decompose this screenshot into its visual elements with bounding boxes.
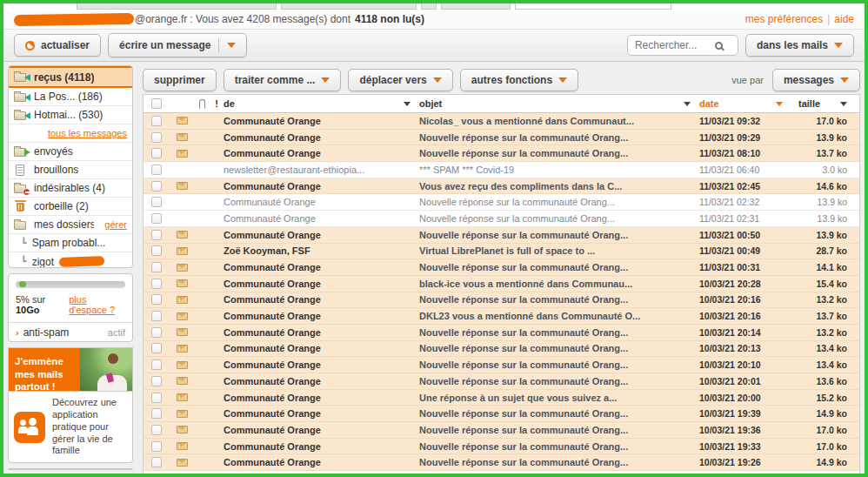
message-date: 10/03/21 20:16 <box>699 294 795 305</box>
folder-item[interactable]: mes dossiersgérer <box>9 216 132 234</box>
sort-arrow-icon[interactable] <box>840 102 847 106</box>
browser-tab[interactable] <box>281 3 417 10</box>
message-row[interactable]: Communauté Orange Nouvelle réponse sur l… <box>144 341 859 358</box>
message-subject: Nouvelle réponse sur la communauté Orang… <box>419 457 699 467</box>
preferences-link[interactable]: mes préférences <box>745 13 823 25</box>
message-row[interactable]: Communauté Orange Une réponse à un sujet… <box>144 390 859 406</box>
message-row[interactable]: Communauté Orange Nouvelle réponse sur l… <box>144 292 859 309</box>
delete-button[interactable]: supprimer <box>143 69 217 91</box>
message-subject: DKL23 vous a mentionné dans Communauté O… <box>419 311 699 321</box>
treat-as-button[interactable]: traiter comme ... <box>224 69 342 91</box>
column-header-date[interactable]: date <box>699 98 795 109</box>
folder-icon <box>14 219 29 231</box>
row-checkbox[interactable] <box>151 327 162 338</box>
message-row[interactable]: Communauté Orange Nouvelle réponse sur l… <box>144 373 859 390</box>
message-size: 14.6 ko <box>795 181 859 191</box>
message-row[interactable]: Communauté Orange Nouvelle réponse sur l… <box>144 454 859 471</box>
sort-arrow-icon[interactable] <box>404 102 411 106</box>
row-checkbox[interactable] <box>151 181 162 191</box>
row-checkbox[interactable] <box>151 441 162 452</box>
sort-arrow-icon[interactable] <box>776 102 783 106</box>
message-row[interactable]: Communauté Orange Nouvelle réponse sur l… <box>144 422 859 439</box>
message-row[interactable]: Communauté Orange Nouvelle réponse sur l… <box>144 194 859 211</box>
folder-item[interactable]: reçus (4118) <box>9 66 132 88</box>
row-checkbox[interactable] <box>151 343 162 353</box>
message-row[interactable]: Communauté Orange Nouvelle réponse sur l… <box>144 145 859 162</box>
message-sender: Communauté Orange <box>224 376 419 386</box>
priority-icon[interactable]: ! <box>215 98 218 109</box>
row-checkbox[interactable] <box>151 213 162 224</box>
message-row[interactable]: Communauté Orange Vous avez reçu des com… <box>144 178 859 195</box>
browser-tab[interactable] <box>77 3 277 10</box>
row-checkbox[interactable] <box>151 148 162 158</box>
row-checkbox[interactable] <box>151 359 162 370</box>
more-space-link[interactable]: plus d'espace ? <box>69 294 125 315</box>
message-row[interactable]: Communauté Orange Nouvelle réponse sur l… <box>144 259 859 276</box>
row-checkbox[interactable] <box>151 262 162 272</box>
search-icon[interactable] <box>715 42 723 50</box>
select-all-checkbox[interactable] <box>151 98 162 109</box>
search-scope-button[interactable]: dans les mails <box>745 34 854 57</box>
browser-tab-active[interactable] <box>515 3 671 10</box>
manage-folders-link[interactable]: gérer <box>104 219 127 230</box>
message-row[interactable]: newsletter@restaurant-ethiopia... *** SP… <box>144 162 859 178</box>
compose-button[interactable]: écrire un message <box>108 33 247 57</box>
message-row[interactable]: Zoë Kooyman, FSF Virtual LibrePlanet is … <box>144 244 859 260</box>
row-checkbox[interactable] <box>151 116 162 126</box>
column-header-size[interactable]: taille <box>795 98 859 109</box>
message-sender: Communauté Orange <box>224 359 419 370</box>
subfolder-item[interactable]: ┗Spam probabl... <box>9 234 132 252</box>
browser-tab[interactable] <box>441 3 511 10</box>
row-checkbox[interactable] <box>151 393 162 403</box>
row-checkbox[interactable] <box>151 245 162 256</box>
folder-item[interactable]: indésirables (4) <box>9 179 132 198</box>
message-row[interactable]: Communauté Orange Nouvelle réponse sur l… <box>144 439 859 455</box>
message-row[interactable]: Communauté Orange DKL23 vous a mentionné… <box>144 308 859 325</box>
message-row[interactable]: Communauté Orange Nouvelle réponse sur l… <box>144 211 859 227</box>
message-row[interactable]: Communauté Orange Nouvelle réponse sur l… <box>144 325 859 341</box>
folder-item[interactable]: brouillons <box>9 161 132 179</box>
message-sender: Communauté Orange <box>224 132 419 143</box>
row-checkbox[interactable] <box>151 408 162 419</box>
antispam-row[interactable]: › anti-spam actif <box>9 322 132 343</box>
all-messages-link[interactable]: tous les messages <box>9 124 132 143</box>
view-mode-button[interactable]: messages <box>772 69 860 91</box>
row-checkbox[interactable] <box>151 230 162 240</box>
message-row[interactable]: Communauté Orange Nouvelle réponse sur l… <box>144 227 859 244</box>
row-checkbox[interactable] <box>151 165 162 175</box>
row-checkbox[interactable] <box>151 376 162 386</box>
search-input[interactable] <box>635 39 715 51</box>
sort-arrow-icon[interactable] <box>684 102 691 106</box>
browser-tab[interactable] <box>421 3 437 10</box>
message-subject: Virtual LibrePlanet is full of space to … <box>419 245 699 256</box>
row-checkbox[interactable] <box>151 279 162 289</box>
row-checkbox[interactable] <box>151 294 162 305</box>
move-to-button[interactable]: déplacer vers <box>348 69 452 91</box>
row-checkbox[interactable] <box>151 132 162 143</box>
row-checkbox[interactable] <box>151 425 162 435</box>
message-size: 13.9 ko <box>795 132 859 143</box>
column-header-from[interactable]: de <box>224 98 419 109</box>
message-row[interactable]: Communauté Orange Nouvelle réponse sur l… <box>144 406 859 422</box>
folder-item[interactable]: corbeille (2) <box>9 198 132 216</box>
other-functions-button[interactable]: autres fonctions <box>460 69 578 91</box>
folder-item[interactable]: envoyés <box>9 143 132 161</box>
subfolder-item[interactable]: ┗zigot <box>9 252 132 268</box>
folder-item[interactable]: La Pos... (186) <box>9 88 132 106</box>
help-link[interactable]: aide <box>834 13 854 25</box>
message-row[interactable]: Communauté Orange Nouvelle réponse sur l… <box>144 357 859 373</box>
message-sender: Communauté Orange <box>224 408 419 419</box>
column-header-subject[interactable]: objet <box>419 98 699 109</box>
folder-item[interactable]: Hotmai... (530) <box>9 106 132 124</box>
row-checkbox[interactable] <box>151 311 162 321</box>
refresh-button[interactable]: actualiser <box>14 34 101 57</box>
message-row[interactable]: Communauté Orange black-ice vous a menti… <box>144 276 859 292</box>
message-subject: Nicolas_ vous a mentionné dans Communaut… <box>419 116 699 126</box>
row-checkbox[interactable] <box>151 457 162 467</box>
chevron-down-icon <box>321 77 330 83</box>
row-checkbox[interactable] <box>151 197 162 207</box>
message-row[interactable]: Communauté Orange Nouvelle réponse sur l… <box>144 130 859 146</box>
promo-banner[interactable]: J'emmène mes mails partout ! Découvrez u… <box>8 347 133 463</box>
attachment-icon[interactable] <box>199 99 205 109</box>
message-row[interactable]: Communauté Orange Nicolas_ vous a mentio… <box>144 113 859 130</box>
